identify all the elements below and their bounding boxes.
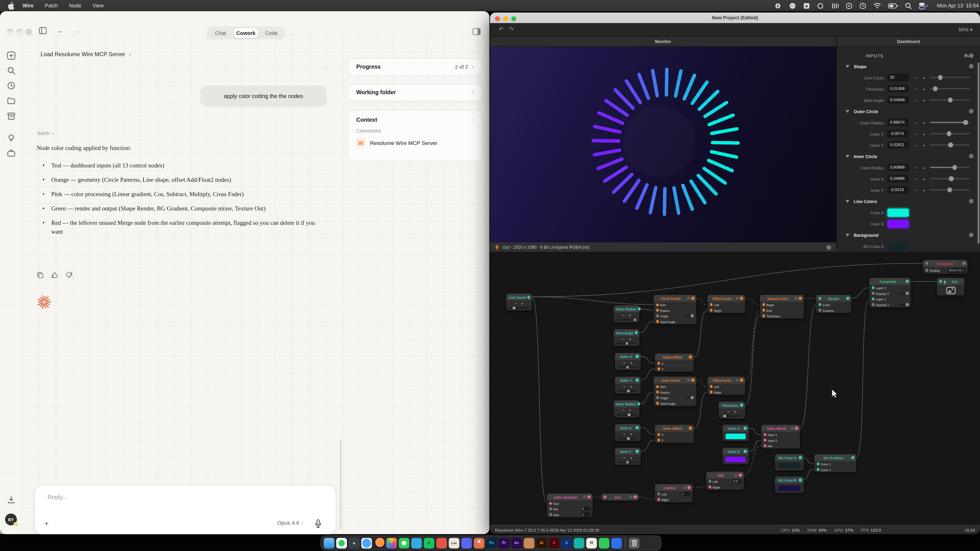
decrement-button[interactable]: −: [912, 176, 920, 181]
slider[interactable]: [930, 189, 970, 191]
port-size[interactable]: Size: [654, 384, 696, 389]
node-cos[interactable]: Cos32: [601, 494, 639, 500]
port-right[interactable]: Right: [655, 497, 693, 502]
sidebar-new-chat-icon[interactable]: [7, 51, 16, 60]
decrement-button[interactable]: −: [622, 408, 624, 412]
value-input[interactable]: 0.04848: [888, 96, 909, 103]
port-input-1[interactable]: Input 1: [761, 432, 800, 437]
sidebar-search-icon[interactable]: [7, 66, 16, 75]
slider[interactable]: [930, 133, 970, 135]
port-start-angle[interactable]: Start Angle: [654, 319, 696, 324]
node-color-b-ctl[interactable]: Color B: [722, 448, 749, 464]
slider[interactable]: [930, 122, 970, 124]
port-color-1[interactable]: Color 1: [815, 461, 856, 467]
dock-icon-safari[interactable]: [361, 538, 372, 548]
port-left[interactable]: Left1: [655, 491, 693, 497]
scaling-dropdown[interactable]: Stretch (3)▾: [947, 268, 965, 273]
mini-slider[interactable]: [509, 307, 529, 308]
minimize-button[interactable]: [503, 16, 508, 21]
decrement-button[interactable]: −: [912, 98, 920, 102]
port-left[interactable]: Left: [708, 384, 745, 389]
zoom-control[interactable]: 55% ▾: [958, 27, 972, 33]
port-right[interactable]: Right: [708, 307, 745, 313]
color-swatch[interactable]: [888, 208, 909, 216]
node-start-angle-ctl[interactable]: Start Angle−+: [614, 329, 639, 346]
port-layer-2[interactable]: Layer 2: [869, 285, 911, 291]
undo-icon[interactable]: ↶: [499, 25, 509, 33]
face-icon[interactable]: [789, 2, 796, 9]
avatar[interactable]: BY: [5, 513, 17, 526]
dock-icon-telegram[interactable]: [411, 538, 422, 548]
node-bg-color-b-ctl[interactable]: BG Color B: [775, 476, 803, 493]
port-right[interactable]: Right: [708, 389, 745, 395]
dock-icon-trash[interactable]: [629, 538, 639, 548]
dock-icon-photos[interactable]: [386, 538, 397, 548]
port-mix[interactable]: Mix: [761, 443, 800, 449]
control-center-icon[interactable]: [919, 2, 928, 9]
value-input[interactable]: 0.02811: [888, 141, 909, 149]
decrement-button[interactable]: −: [912, 120, 920, 125]
connector-item[interactable]: W Resolume Wire MCP Server: [348, 134, 482, 147]
slider[interactable]: [930, 99, 970, 101]
value-input[interactable]: 0.60868: [888, 164, 909, 171]
decrement-button[interactable]: −: [912, 87, 920, 91]
color-swatch[interactable]: [778, 486, 800, 491]
sidebar-work-icon[interactable]: [7, 149, 16, 157]
gear-icon[interactable]: [969, 108, 974, 114]
working-folder-card[interactable]: Working folder ›: [347, 84, 482, 101]
dock-icon-folder-app[interactable]: [524, 538, 534, 548]
mic-icon[interactable]: [314, 519, 322, 529]
port-left[interactable]: Left0.5: [706, 478, 744, 484]
decrement-button[interactable]: −: [912, 188, 920, 192]
color-swatch[interactable]: [725, 433, 746, 439]
decrement-button[interactable]: −: [912, 75, 920, 79]
mcp-dropdown[interactable]: Load Resolume Wire MCP Server›: [41, 51, 131, 57]
value-input[interactable]: 0.89074: [888, 119, 909, 126]
dock-icon-illustrator[interactable]: Ai: [536, 538, 547, 548]
node-inner-y-ctl[interactable]: Inner Y−+: [615, 448, 641, 465]
color-swatch[interactable]: [888, 242, 909, 250]
dashboard-section-inner-circle[interactable]: Inner Circle: [837, 151, 980, 162]
increment-button[interactable]: +: [920, 143, 928, 147]
menu-clock[interactable]: Mon Apr 13 15:54: [937, 3, 980, 9]
increment-button[interactable]: +: [521, 302, 524, 306]
dock-icon-acrobat[interactable]: A: [549, 538, 559, 548]
increment-button[interactable]: +: [734, 410, 737, 414]
value-input[interactable]: 32: [888, 74, 909, 81]
redo-icon[interactable]: ↷: [509, 25, 519, 33]
dock-icon-app-teal[interactable]: [574, 538, 584, 548]
mini-slider[interactable]: [721, 415, 743, 417]
decrement-button[interactable]: −: [514, 302, 517, 306]
node-color-gradient[interactable]: Color Gradient32SizeMin0Max1: [547, 494, 593, 517]
node-render[interactable]: RenderColorCamera: [816, 295, 851, 313]
port-scaling[interactable]: ScalingStretch (3)▾: [923, 267, 967, 273]
sidebar-archive-icon[interactable]: [7, 112, 16, 121]
progress-card[interactable]: Progress 2 of 2›: [347, 58, 482, 76]
node-circle-points[interactable]: Circle Points32SizeRadiusAngleStart Angl…: [654, 295, 696, 324]
increment-button[interactable]: +: [920, 98, 928, 102]
slider[interactable]: [930, 144, 970, 146]
zoom-button[interactable]: [511, 16, 516, 21]
port-y[interactable]: Y: [655, 437, 694, 443]
value-input[interactable]: 0.04986: [888, 175, 909, 182]
decrement-button[interactable]: −: [622, 337, 624, 341]
decrement-button[interactable]: −: [727, 410, 730, 414]
decrement-button[interactable]: −: [912, 143, 920, 147]
node-bg-color-a-ctl[interactable]: BG Color A: [775, 454, 803, 470]
gear-icon[interactable]: [969, 53, 974, 58]
node-color-a-ctl[interactable]: Color A: [722, 425, 749, 441]
port-layer-1[interactable]: Layer 1: [869, 296, 911, 302]
increment-button[interactable]: +: [920, 120, 928, 125]
node-inner-offset[interactable]: Inner OffsetXY: [655, 425, 694, 443]
node-color-blend[interactable]: Color Blend32Input 1Input 2Mix: [761, 425, 800, 448]
increment-button[interactable]: +: [630, 456, 632, 460]
port-thickness[interactable]: Thickness: [760, 313, 803, 319]
decrement-button[interactable]: −: [912, 132, 920, 136]
dock-icon-wire-app[interactable]: W: [586, 538, 597, 548]
dock-icon-preview[interactable]: ▲: [349, 538, 360, 548]
port-y[interactable]: Y: [655, 366, 694, 372]
port-input-2[interactable]: Input 2: [761, 437, 800, 443]
dashboard-section-shape[interactable]: Shape: [837, 60, 980, 72]
gear-icon[interactable]: [969, 198, 974, 204]
chat-scrollbar[interactable]: [340, 439, 341, 530]
